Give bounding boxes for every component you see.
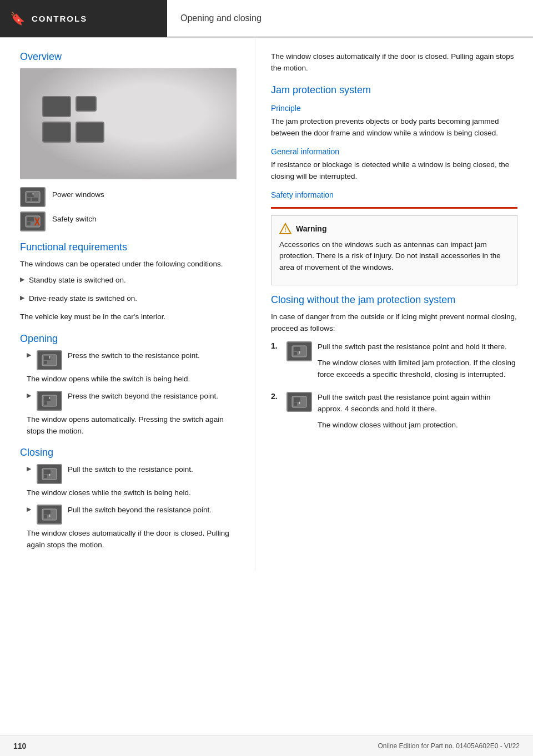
right-column: The window closes automatically if the d… [255,38,533,570]
svg-text:⬆: ⬆ [32,193,34,196]
general-heading: General information [271,147,517,156]
step-1-content: Pull the switch past the resistance poin… [318,341,517,385]
opening-arrow-2: ▶ [27,392,31,399]
img-btn-4 [76,122,104,143]
bullet-arrow-2: ▶ [20,294,24,301]
page-title: Opening and closing [167,0,533,37]
closing-without-heading: Closing without the jam protection syste… [271,294,517,306]
closing-without-step-2: 2. ⬆ Pull the switch past the resistance… [271,392,517,436]
power-windows-row: ⬆ Power windows [20,187,239,207]
step-2-number: 2. [271,392,281,401]
closing-step-1: ▶ ⬆ Pull the switch to the resistance po… [27,464,239,484]
svg-text:⬆: ⬆ [48,514,51,517]
svg-text:⬆: ⬆ [48,356,51,359]
svg-rect-2 [27,198,31,201]
safety-switch-icon [20,211,46,231]
svg-rect-7 [27,222,31,225]
edition-info: Online Edition for Part no. 01405A602E0 … [378,742,520,750]
warning-label: Warning [296,224,326,233]
bullet-drive: ▶ Drive-ready state is switched on. [20,293,239,309]
opening-arrow-1: ▶ [27,351,31,359]
principle-body: The jam protection prevents objects or b… [271,116,517,139]
svg-rect-12 [44,361,47,364]
svg-text:!: ! [284,226,286,233]
opening-step-2: ▶ ⬆ Press the switch beyond the resistan… [27,391,239,411]
closing-switch-icon-2: ⬆ [37,505,62,525]
svg-text:⬆: ⬆ [48,396,51,400]
opening-switch-svg-1: ⬆ [42,354,57,366]
closing-switch-icon-1: ⬆ [37,464,62,484]
step-2-switch-svg: ⬆ [291,396,307,408]
closing-arrow-1: ▶ [27,465,31,472]
functional-note: The vehicle key must be in the car's int… [20,311,239,323]
red-divider [271,207,517,209]
closing-switch-svg-1: ⬆ [42,468,57,480]
closing-step-1-note: The window closes while the switch is be… [27,487,239,499]
warning-header: ! Warning [279,223,509,235]
closing-without-intro: In case of danger from the outside or if… [271,311,517,335]
right-auto-close-note: The window closes automatically if the d… [271,51,517,74]
warning-box: ! Warning Accessories on the windows suc… [271,215,517,286]
main-content: Overview ⬆ [0,38,533,570]
opening-switch-icon-2: ⬆ [37,391,62,411]
svg-rect-20 [44,475,47,478]
page-number: 110 [13,742,26,750]
functional-heading: Functional requirements [20,241,239,253]
window-buttons-image [42,96,104,143]
closing-step-2-text: Pull the switch beyond the resistance po… [68,505,212,521]
step-2-icon: ⬆ [286,392,312,412]
opening-switch-svg-2: ⬆ [42,395,57,407]
step-1-switch-svg: ⬆ [291,345,307,357]
step-1-note: The window closes with limited jam prote… [318,357,517,381]
svg-rect-3 [32,198,38,201]
safety-heading: Safety information [271,190,517,199]
svg-text:⬆: ⬆ [298,351,301,354]
svg-text:⬆: ⬆ [298,401,301,405]
step-2-note: The window closes without jam protection… [318,420,517,431]
closing-switch-svg-2: ⬆ [42,508,57,521]
safety-switch-label: Safety switch [52,214,97,225]
opening-step-2-text: Press the switch beyond the resistance p… [68,391,218,407]
bullet-standby-text: Standby state is switched on. [29,275,126,286]
bullet-drive-text: Drive-ready state is switched on. [29,293,137,305]
bookmark-icon: 🔖 [10,12,25,26]
page-header: 🔖 CONTROLS Opening and closing [0,0,533,38]
closing-step-2: ▶ ⬆ Pull the switch beyond the resistanc… [27,505,239,525]
controls-label: CONTROLS [32,14,87,23]
safety-switch-svg [25,215,41,228]
opening-step-1-note: The window opens while the switch is bei… [27,374,239,385]
principle-heading: Principle [271,104,517,113]
page-footer: 110 Online Edition for Part no. 01405A60… [0,735,533,756]
jam-heading: Jam protection system [271,84,517,96]
power-windows-label: Power windows [52,189,104,201]
svg-rect-34 [294,402,297,406]
opening-step-2-note: The window opens automatically. Pressing… [27,414,239,437]
svg-rect-16 [44,401,47,405]
opening-step-1-text: Press the switch to the resistance point… [68,350,200,366]
closing-auto-note: The window closes automatically if the d… [27,528,239,551]
step-2-content: Pull the switch past the resistance poin… [318,392,517,436]
closing-arrow-2: ▶ [27,506,31,513]
svg-rect-24 [44,515,47,518]
overview-image [20,68,237,179]
closing-icon-2: ⬆ [37,505,62,525]
closing-heading: Closing [20,447,239,458]
opening-icon-1: ⬆ [37,350,62,370]
svg-rect-6 [27,217,34,221]
img-btn-3 [42,122,71,143]
left-column: Overview ⬆ [0,38,255,570]
closing-step-1-text: Pull the switch to the resistance point. [68,464,193,480]
general-body: If resistance or blockage is detected wh… [271,159,517,183]
svg-rect-30 [294,352,297,355]
closing-without-section: Closing without the jam protection syste… [271,294,517,435]
car-interior-image [20,68,237,179]
opening-icon-2: ⬆ [37,391,62,411]
bullet-arrow-1: ▶ [20,276,24,283]
controls-section-header: 🔖 CONTROLS [0,0,167,37]
warning-triangle-icon: ! [279,223,291,235]
closing-icon-1: ⬆ [37,464,62,484]
closing-without-step-1: 1. ⬆ Pull the switch past the resistance… [271,341,517,385]
step-1-number: 1. [271,341,281,350]
overview-heading: Overview [20,51,239,63]
warning-body: Accessories on the windows such as anten… [279,239,509,274]
